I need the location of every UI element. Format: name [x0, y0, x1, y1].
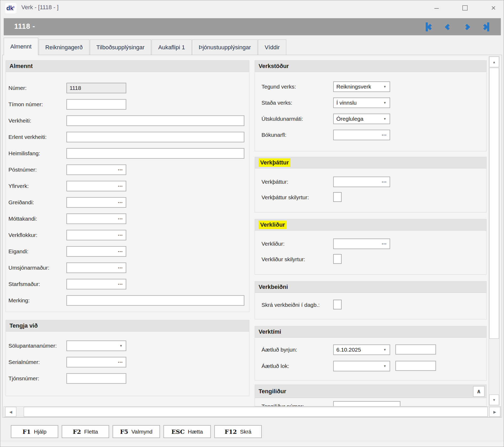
- solupantananumer-label: Sölupantananúmer:: [8, 343, 57, 349]
- f1-hjalp-button[interactable]: F1Hjálp: [11, 425, 58, 438]
- verklidur-skilyrtur-checkbox[interactable]: [333, 254, 342, 264]
- timon-numer-field[interactable]: [66, 99, 126, 110]
- timon-numer-label: Tímon númer:: [8, 101, 43, 108]
- scroll-down-button[interactable]: ▼: [489, 395, 499, 405]
- greidandi-field[interactable]: …: [66, 197, 126, 208]
- utskuldunarmati-select[interactable]: Óreglulega▼: [333, 114, 390, 124]
- aetlud-byrjun-dropdown-icon[interactable]: ▼: [383, 348, 386, 352]
- verkflokkur-lookup-icon[interactable]: …: [118, 231, 123, 237]
- tengilidur-collapse-button[interactable]: ∧: [473, 386, 484, 397]
- tab-thjonustuupplysingar[interactable]: Þjónustuupplýsingar: [192, 40, 258, 55]
- group-almennt-header: Almennt: [6, 61, 249, 72]
- mottakandi-field[interactable]: …: [66, 213, 126, 224]
- bokunarfl-field[interactable]: …: [333, 130, 390, 140]
- horizontal-scrollbar-thumb[interactable]: [24, 407, 488, 417]
- stada-verks-dropdown-icon[interactable]: ▼: [383, 101, 386, 105]
- scroll-left-button[interactable]: ◀: [5, 407, 16, 417]
- verklidur-field[interactable]: …: [333, 239, 390, 249]
- group-verkstodur-header: Verkstöður: [255, 61, 486, 72]
- tegund-verks-dropdown-icon[interactable]: ▼: [383, 85, 386, 89]
- verkthattur-lookup-icon[interactable]: …: [381, 178, 387, 184]
- serialnumer-lookup-icon[interactable]: …: [118, 358, 123, 364]
- maximize-button[interactable]: [459, 2, 471, 14]
- close-icon: ×: [491, 3, 496, 12]
- f2-fletta-button[interactable]: F2Fletta: [62, 425, 109, 438]
- erlent-verkheiti-field[interactable]: [66, 132, 244, 142]
- group-tengja-vid: Tengja við Sölupantananúmer: ▼ Serialnúm…: [6, 320, 249, 396]
- verkflokkur-field[interactable]: …: [66, 230, 126, 240]
- minimize-icon: –: [434, 3, 439, 12]
- esc-haetta-button[interactable]: ESCHætta: [163, 425, 211, 438]
- dk-app-icon: dk›: [5, 3, 17, 13]
- tab-reikningagerd[interactable]: Reikningagerð: [39, 40, 89, 55]
- bokunarfl-lookup-icon[interactable]: …: [381, 131, 387, 137]
- greidandi-lookup-icon[interactable]: …: [118, 198, 123, 204]
- minimize-button[interactable]: –: [430, 2, 443, 14]
- heimilisfang-field[interactable]: [66, 148, 244, 159]
- verkthattur-skilyrtur-checkbox[interactable]: [333, 192, 342, 202]
- horizontal-scrollbar[interactable]: ◀ ▶: [4, 406, 501, 417]
- tab-viddir[interactable]: Víddir: [258, 40, 286, 55]
- tab-almennt[interactable]: Almennt: [4, 38, 38, 55]
- starfsmadur-lookup-icon[interactable]: …: [118, 280, 123, 286]
- umsjonarmadur-lookup-icon[interactable]: …: [118, 264, 123, 270]
- merking-field[interactable]: [66, 295, 244, 306]
- solupantananumer-field[interactable]: ▼: [66, 341, 126, 351]
- f5-valmynd-button[interactable]: F5Valmynd: [113, 425, 160, 438]
- group-tengilidur-header: Tengiliður: [255, 385, 486, 398]
- tjonsnumer-field[interactable]: [66, 373, 126, 384]
- nav-first-button[interactable]: [423, 22, 434, 32]
- umsjonarmadur-field[interactable]: …: [66, 263, 126, 273]
- close-button[interactable]: ×: [487, 2, 500, 14]
- record-title: 1118 -: [14, 22, 35, 31]
- scroll-down-icon: ▼: [492, 398, 496, 402]
- merking-label: Merking:: [8, 297, 30, 304]
- nav-previous-button[interactable]: [442, 22, 453, 32]
- tab-tilbodsupplysingar[interactable]: Tilboðsupplýsingar: [90, 40, 151, 55]
- tengilidur-numer-field[interactable]: [333, 401, 400, 406]
- verkthattur-skilyrtur-label: Verkþáttur skilyrtur:: [261, 194, 309, 201]
- postnumer-field[interactable]: …: [66, 164, 126, 175]
- utskuldunarmati-dropdown-icon[interactable]: ▼: [383, 117, 386, 121]
- verkflokkur-label: Verkflokkur:: [8, 232, 37, 238]
- tegund-verks-select[interactable]: Reikningsverk▼: [333, 81, 390, 92]
- skra-verkbeidni-checkbox[interactable]: [333, 300, 342, 309]
- nav-next-button[interactable]: [461, 22, 472, 32]
- verkthattur-field[interactable]: …: [333, 177, 390, 187]
- serialnumer-field[interactable]: …: [66, 357, 126, 367]
- yfirverk-field[interactable]: …: [66, 181, 126, 191]
- verkheiti-label: Verkheiti:: [8, 118, 31, 124]
- window-controls: – ×: [430, 0, 500, 15]
- verklidur-lookup-icon[interactable]: …: [381, 240, 387, 246]
- nav-previous-icon: [445, 24, 451, 30]
- tab-strip: Almennt Reikningagerð Tilboðsupplýsingar…: [4, 38, 501, 55]
- solupantananumer-dropdown-icon[interactable]: ▼: [119, 344, 123, 348]
- verkthattur-highlighted-title: Verkþáttur: [259, 158, 290, 167]
- group-verktimi-header: Verktími: [255, 326, 486, 338]
- aetlud-byrjun-time-field[interactable]: [395, 344, 436, 354]
- aetlud-lok-date-select[interactable]: ▼: [333, 361, 390, 371]
- eigandi-field[interactable]: …: [66, 246, 126, 257]
- tengilidur-numer-label: Tengiliður númer:: [261, 403, 304, 406]
- scroll-right-button[interactable]: ▶: [489, 407, 500, 417]
- skra-verkbeidni-label: Skrá verkbeiðni í dagb.:: [261, 302, 320, 308]
- postnumer-lookup-icon[interactable]: …: [118, 166, 123, 172]
- yfirverk-lookup-icon[interactable]: …: [118, 182, 123, 188]
- tab-aukaflipi-1[interactable]: Aukaflipi 1: [152, 40, 192, 55]
- scroll-up-button[interactable]: ▲: [489, 57, 499, 67]
- aetlud-lok-time-field[interactable]: [395, 361, 436, 371]
- verkheiti-field[interactable]: [66, 115, 244, 126]
- aetlud-lok-dropdown-icon[interactable]: ▼: [383, 364, 386, 368]
- group-tengilidur: Tengiliður ∧ Tengiliður númer:: [255, 385, 487, 406]
- f12-skra-button[interactable]: F12Skrá: [214, 425, 262, 438]
- starfsmadur-field[interactable]: …: [66, 279, 126, 289]
- vertical-scrollbar[interactable]: ▲ ▼: [489, 56, 500, 406]
- nav-last-button[interactable]: [480, 22, 491, 32]
- stada-verks-select[interactable]: Í vinnslu▼: [333, 98, 390, 108]
- mottakandi-lookup-icon[interactable]: …: [118, 215, 123, 221]
- vertical-scrollbar-thumb[interactable]: [489, 68, 499, 339]
- eigandi-lookup-icon[interactable]: …: [118, 247, 123, 253]
- aetlud-byrjun-date-select[interactable]: 6.10.2025▼: [333, 344, 390, 355]
- aetlud-byrjun-label: Áætluð byrjun:: [261, 347, 297, 353]
- stada-verks-label: Staða verks:: [261, 100, 292, 106]
